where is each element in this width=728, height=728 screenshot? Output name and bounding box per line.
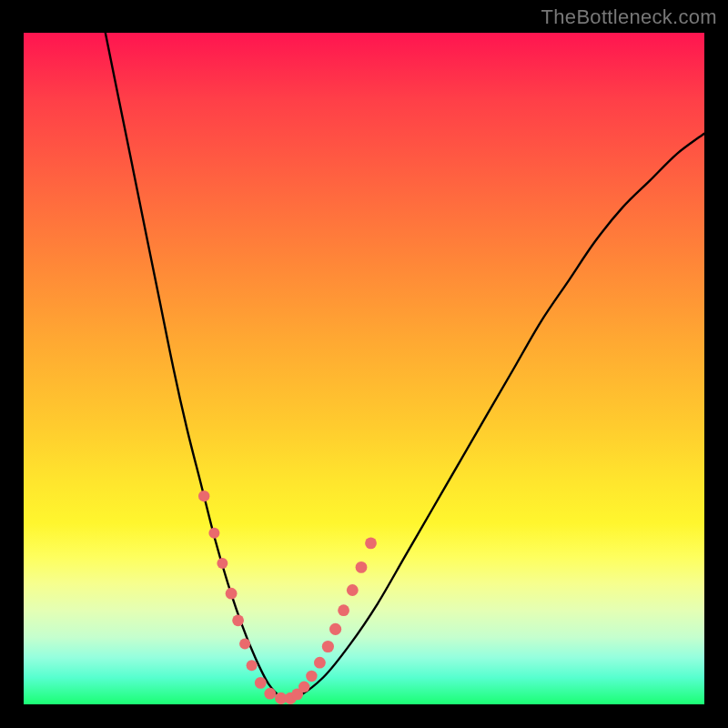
curve-marker	[232, 614, 244, 626]
curve-marker	[298, 682, 309, 693]
curve-marker	[329, 623, 341, 635]
curve-marker	[255, 677, 267, 689]
curve-marker	[314, 657, 326, 669]
curve-marker	[208, 528, 219, 539]
plot-area	[24, 33, 704, 704]
curve-marker	[322, 641, 334, 652]
curve-marker	[365, 538, 377, 550]
marker-cluster	[198, 490, 377, 704]
watermark-text: TheBottleneck.com	[541, 5, 717, 29]
chart-svg	[24, 33, 704, 704]
curve-marker	[356, 561, 368, 573]
curve-marker	[264, 688, 276, 700]
curve-marker	[226, 588, 238, 600]
curve-marker	[247, 660, 258, 671]
curve-marker	[217, 558, 228, 569]
curve-marker	[338, 604, 349, 616]
curve-marker	[198, 490, 209, 501]
curve-marker	[239, 639, 250, 650]
curve-marker	[347, 584, 359, 596]
bottleneck-curve	[106, 33, 704, 700]
curve-marker	[306, 671, 317, 682]
